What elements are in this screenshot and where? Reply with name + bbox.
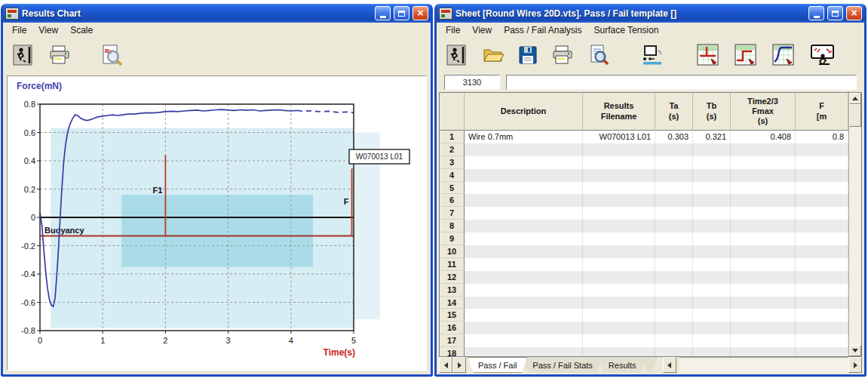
cell-r15c4[interactable] <box>693 309 731 322</box>
cell-r11c4[interactable] <box>693 258 731 271</box>
cell-r13c6[interactable] <box>796 284 848 297</box>
cell-r8c4[interactable] <box>693 220 731 232</box>
cell-r3c4[interactable] <box>693 156 731 169</box>
cell-r15c5[interactable] <box>731 309 796 322</box>
cell-r18c5[interactable] <box>731 347 796 356</box>
scroll-up-button[interactable] <box>849 93 861 104</box>
row-number[interactable]: 14 <box>440 297 465 309</box>
cell-r18c6[interactable] <box>796 347 848 356</box>
column-header-time2-3[interactable]: Time2/3 Fmax (s) <box>731 93 796 131</box>
cell-r5c4[interactable] <box>693 182 731 195</box>
menu-view[interactable]: View <box>466 23 498 37</box>
minimize-button[interactable] <box>808 6 824 20</box>
row-number[interactable]: 10 <box>440 245 465 258</box>
row-number[interactable]: 12 <box>440 271 465 284</box>
minimize-button[interactable] <box>375 6 391 20</box>
cell-r6c5[interactable] <box>731 194 796 207</box>
row-number[interactable]: 18 <box>440 347 465 356</box>
cell-r1c6[interactable]: 0.8 <box>796 131 848 143</box>
row-number[interactable]: 2 <box>440 143 465 156</box>
cell-r4c2[interactable] <box>583 169 655 182</box>
cell-r6c1[interactable] <box>465 194 583 207</box>
cell-r7c1[interactable] <box>465 207 583 220</box>
cell-r15c2[interactable] <box>583 309 655 322</box>
column-header-description[interactable]: Description <box>465 93 583 131</box>
cell-r14c5[interactable] <box>731 297 796 309</box>
cell-r17c5[interactable] <box>731 334 796 347</box>
maximize-button[interactable] <box>394 6 409 20</box>
menu-scale[interactable]: Scale <box>64 23 99 37</box>
cell-r9c4[interactable] <box>693 232 731 245</box>
cell-r4c1[interactable] <box>465 169 583 182</box>
cell-r1c4[interactable]: 0.321 <box>693 131 731 143</box>
cell-r10c4[interactable] <box>693 245 731 258</box>
cell-r16c2[interactable] <box>583 322 655 334</box>
cell-r12c3[interactable] <box>655 271 693 284</box>
cell-r4c5[interactable] <box>731 169 796 182</box>
cell-r3c1[interactable] <box>465 156 583 169</box>
cell-r14c3[interactable] <box>655 297 693 309</box>
cell-r1c2[interactable]: W070013 L01 <box>583 131 655 143</box>
cell-r5c3[interactable] <box>655 182 693 195</box>
cell-r7c2[interactable] <box>583 207 655 220</box>
cell-r13c4[interactable] <box>693 284 731 297</box>
scroll-down-button[interactable] <box>849 345 861 356</box>
run-analysis-button[interactable] <box>805 42 841 69</box>
cell-r18c3[interactable] <box>655 347 693 356</box>
cell-r17c2[interactable] <box>583 334 655 347</box>
row-number[interactable]: 5 <box>440 182 465 195</box>
results-chart-button[interactable] <box>767 42 800 69</box>
cell-r11c1[interactable] <box>465 258 583 271</box>
row-number[interactable]: 13 <box>440 284 465 297</box>
cell-r15c1[interactable] <box>465 309 583 322</box>
open-button[interactable] <box>477 42 509 69</box>
column-header-tb[interactable]: Tb (s) <box>693 93 731 131</box>
cell-r14c2[interactable] <box>583 297 655 309</box>
cell-r11c2[interactable] <box>583 258 655 271</box>
cell-r3c6[interactable] <box>796 156 848 169</box>
cell-r18c1[interactable] <box>465 347 583 356</box>
exit-button[interactable] <box>441 42 473 69</box>
cell-r14c1[interactable] <box>465 297 583 309</box>
row-number[interactable]: 7 <box>440 207 465 220</box>
cell-r3c5[interactable] <box>731 156 796 169</box>
sample-stage-button[interactable] <box>636 42 670 69</box>
menu-view[interactable]: View <box>32 23 64 37</box>
tab-pass-fail-stats[interactable]: Pass / Fail Stats <box>522 357 603 373</box>
cell-r3c2[interactable] <box>583 156 655 169</box>
cell-r7c3[interactable] <box>655 207 693 220</box>
cell-r5c1[interactable] <box>465 182 583 195</box>
cell-r11c6[interactable] <box>796 258 848 271</box>
row-number[interactable]: 15 <box>440 309 465 322</box>
cell-r16c6[interactable] <box>796 322 848 334</box>
tab-scroll-left-button[interactable] <box>439 357 452 373</box>
row-number[interactable]: 16 <box>440 322 465 334</box>
cell-r1c5[interactable]: 0.408 <box>731 131 796 143</box>
cell-r6c2[interactable] <box>583 194 655 207</box>
tab-pass-fail[interactable]: Pass / Fail <box>468 357 527 373</box>
maximize-button[interactable] <box>827 6 843 20</box>
row-number[interactable]: 4 <box>440 169 465 182</box>
cell-r16c1[interactable] <box>465 322 583 334</box>
cell-r17c4[interactable] <box>693 334 731 347</box>
cell-r2c3[interactable] <box>655 143 693 156</box>
cell-r2c2[interactable] <box>583 143 655 156</box>
corner-cell[interactable] <box>440 93 465 131</box>
cell-r2c4[interactable] <box>693 143 731 156</box>
cell-r5c2[interactable] <box>583 182 655 195</box>
fail-chart-button[interactable] <box>692 42 725 69</box>
cell-r12c2[interactable] <box>583 271 655 284</box>
cell-r8c2[interactable] <box>583 220 655 232</box>
menu-file[interactable]: File <box>6 23 32 37</box>
cell-r2c6[interactable] <box>796 143 848 156</box>
cell-r16c3[interactable] <box>655 322 693 334</box>
cell-r10c5[interactable] <box>731 245 796 258</box>
cell-r16c4[interactable] <box>693 322 731 334</box>
results-chart-titlebar[interactable]: Results Chart × <box>3 4 431 23</box>
cell-r8c1[interactable] <box>465 220 583 232</box>
exit-button[interactable] <box>8 42 39 69</box>
print-button[interactable] <box>547 42 578 69</box>
cell-r6c4[interactable] <box>693 194 731 207</box>
hscroll-right-button[interactable] <box>848 357 862 373</box>
cell-r10c3[interactable] <box>655 245 693 258</box>
